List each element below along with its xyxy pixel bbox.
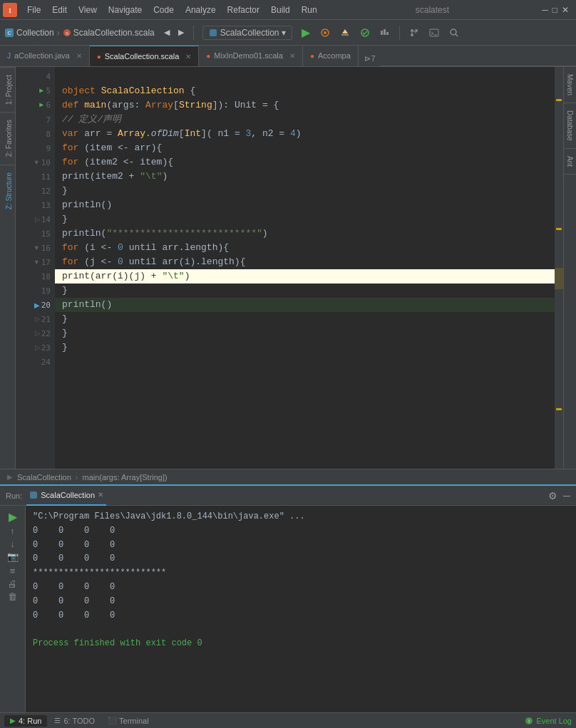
svg-text:I: I: [9, 7, 11, 14]
profile-button[interactable]: [376, 26, 394, 40]
tab-java-collection[interactable]: J aCollection.java ✕: [0, 46, 90, 66]
code-editor[interactable]: object ScalaCollection { def main(args: …: [55, 67, 555, 469]
minimize-button[interactable]: ─: [542, 5, 548, 15]
run-scroll-down-btn[interactable]: ↓: [10, 539, 15, 549]
output-line-1: 0 0 0 0: [33, 524, 569, 539]
menu-navigate[interactable]: Navigate: [103, 4, 148, 16]
scrollbar-markers[interactable]: [555, 67, 563, 469]
menu-run[interactable]: Run: [296, 4, 323, 16]
scala-file-icon-1: ●: [97, 53, 101, 61]
toolbar-separator-2: [399, 26, 400, 40]
tab-accompa[interactable]: ● Accompa: [303, 46, 359, 66]
menu-file[interactable]: File: [21, 4, 46, 16]
maximize-button[interactable]: □: [552, 5, 557, 15]
breadcrumb-class: ScalaCollection: [17, 473, 71, 482]
code-line-19: }: [55, 284, 555, 298]
tab-mixin-demo[interactable]: ● MixInDemo01.scala ✕: [199, 46, 303, 66]
fold-icon-21[interactable]: ▷: [35, 316, 40, 323]
run-command-line: "C:\Program Files\Java\jdk1.8.0_144\bin\…: [33, 510, 569, 524]
line-6: ▶ 6: [16, 98, 55, 113]
run-play-btn[interactable]: ▶: [9, 510, 17, 524]
fold-icon-14[interactable]: ▷: [35, 216, 40, 223]
ant-panel-tab[interactable]: Ant: [564, 149, 576, 175]
run-wrap-btn[interactable]: ≡: [10, 566, 16, 576]
code-line-7: // 定义/声明: [55, 113, 555, 127]
fold-icon-17[interactable]: ▼: [34, 259, 40, 266]
tab-todo[interactable]: ☰ 6: TODO: [48, 715, 101, 727]
event-log-icon: !: [524, 716, 534, 726]
run-button[interactable]: ▶: [298, 24, 314, 41]
forward-button[interactable]: ▶: [175, 26, 187, 39]
code-line-23: }: [55, 340, 555, 355]
database-panel-tab[interactable]: Database: [564, 103, 576, 149]
run-scroll-up-btn[interactable]: ↑: [10, 526, 15, 536]
code-line-18-highlighted: print(arr(i)(j) + "\t"): [55, 269, 555, 284]
run-settings-icon[interactable]: ⚙: [548, 490, 557, 501]
editor-tabs: J aCollection.java ✕ ● ScalaCollection.s…: [0, 46, 576, 67]
svg-point-8: [324, 31, 326, 34]
build-button[interactable]: [336, 26, 354, 40]
tab-scala-collection[interactable]: ● ScalaCollection.scala ✕: [90, 46, 200, 66]
run-screenshot-btn[interactable]: 📷: [7, 551, 19, 562]
breadcrumb-arrow-icon: ▶: [7, 473, 13, 481]
code-line-14: }: [55, 212, 555, 227]
scroll-thumb[interactable]: [555, 268, 563, 289]
tab-more-button[interactable]: ⊳ 7: [359, 51, 381, 66]
structure-panel-tab[interactable]: Z: Structure: [0, 165, 15, 217]
line-11-num: 11: [16, 170, 55, 184]
breadcrumb-file[interactable]: ScalaCollection.scala: [73, 28, 155, 38]
run-minimize-icon[interactable]: ─: [563, 490, 570, 501]
marker-warning-1: [556, 99, 562, 101]
event-log-button[interactable]: ! Event Log: [524, 716, 572, 726]
terminal-button[interactable]: [426, 26, 443, 40]
fold-icon-22[interactable]: ▷: [35, 330, 40, 337]
svg-rect-24: [30, 492, 37, 499]
line-24-num: 24: [16, 355, 55, 369]
tab-terminal[interactable]: ⬛ Terminal: [102, 715, 155, 727]
run-panel-header: Run: ScalaCollection ✕ ⚙ ─: [0, 486, 576, 506]
menu-analyze[interactable]: Analyze: [180, 4, 222, 16]
project-panel-tab[interactable]: 1: Project: [0, 67, 15, 112]
maven-panel-tab[interactable]: Maven: [564, 67, 576, 103]
run-clear-btn[interactable]: 🗑: [8, 591, 17, 602]
code-line-6: def main(args: Array[String]): Unit = {: [55, 98, 555, 113]
menu-view[interactable]: View: [73, 4, 103, 16]
fold-icon-10[interactable]: ▼: [34, 159, 40, 166]
breadcrumb: C Collection › S ScalaCollection.scala: [4, 28, 155, 38]
tab-close-scala2[interactable]: ✕: [289, 52, 295, 60]
code-line-17: for (j <- 0 until arr(i).length){: [55, 255, 555, 269]
tab-run[interactable]: ▶ 4: Run: [4, 715, 47, 727]
fold-icon-23[interactable]: ▷: [35, 344, 40, 351]
debug-button[interactable]: [317, 26, 334, 40]
menu-refactor[interactable]: Refactor: [222, 4, 265, 16]
line-23-num: ▷ 23: [16, 340, 55, 355]
breadcrumb-root[interactable]: Collection: [16, 28, 54, 38]
close-button[interactable]: ✕: [562, 5, 569, 15]
run-tab-close[interactable]: ✕: [98, 491, 103, 499]
marker-warning-2: [556, 228, 562, 230]
menu-code[interactable]: Code: [148, 4, 180, 16]
fold-icon-16[interactable]: ▼: [34, 244, 40, 251]
right-side-tabs: Maven Database Ant: [563, 67, 576, 469]
marker-warning-3: [556, 408, 562, 410]
menu-build[interactable]: Build: [265, 4, 296, 16]
breakpoint-arrow-5[interactable]: ▶: [39, 84, 43, 98]
run-config-selector[interactable]: ScalaCollection ▾: [202, 26, 293, 40]
favorites-panel-tab[interactable]: 2: Favorites: [0, 112, 15, 164]
back-button[interactable]: ◀: [160, 26, 173, 39]
svg-point-15: [411, 29, 413, 32]
run-print-btn[interactable]: 🖨: [8, 578, 17, 589]
search-button[interactable]: [446, 26, 463, 40]
menu-edit[interactable]: Edit: [46, 4, 73, 16]
tab-close-scala1[interactable]: ✕: [185, 53, 191, 61]
tab-close-java[interactable]: ✕: [76, 52, 82, 60]
coverage-button[interactable]: [356, 26, 374, 40]
breakpoint-arrow-6[interactable]: ▶: [39, 98, 43, 113]
svg-rect-13: [384, 29, 386, 35]
vcs-button[interactable]: [406, 26, 423, 40]
toolbar-separator-1: [193, 26, 194, 40]
line-17-num: ▼ 17: [16, 255, 55, 269]
line-numbers-gutter: 4 ▶ 5 ▶ 6 7 8 9 ▼ 10 1: [16, 67, 55, 469]
bottom-tabs-bar: ▶ 4: Run ☰ 6: TODO ⬛ Terminal ! Event Lo…: [0, 712, 576, 728]
run-tab-active[interactable]: ScalaCollection ✕: [26, 486, 106, 506]
